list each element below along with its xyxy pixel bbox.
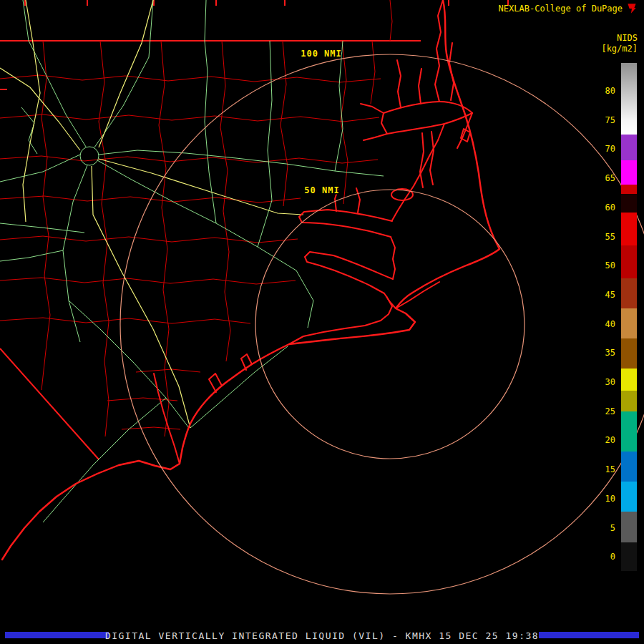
- coastline: [2, 0, 499, 560]
- inner-range-ring-label: 50 NMI: [304, 185, 339, 195]
- colorbar-segment: [621, 120, 637, 135]
- colorbar-segment: [621, 194, 637, 213]
- range-rings: 100 NMI 50 NMI: [120, 49, 644, 594]
- outer-range-ring-label: 100 NMI: [301, 49, 342, 59]
- colorbar-segment: [621, 245, 637, 278]
- colorbar-segment: [621, 135, 637, 160]
- colorbar-segment: [621, 160, 637, 185]
- colorbar-segment: [621, 338, 637, 369]
- colorbar-segment: [621, 512, 637, 542]
- colorbar-segment: [621, 213, 637, 245]
- colorbar-segment: [621, 411, 637, 452]
- radar-display: 100 NMI 50 NMI NEXLAB-College of DuPage …: [0, 0, 644, 644]
- county-borders: [0, 0, 392, 436]
- colorbar-segment: [621, 278, 637, 308]
- colorbar: [621, 63, 637, 571]
- colorbar-segment: [621, 452, 637, 482]
- radar-map: 100 NMI 50 NMI: [0, 0, 644, 644]
- colorbar-segment: [621, 185, 637, 194]
- colorbar-segment: [621, 542, 637, 571]
- colorbar-segment: [621, 369, 637, 391]
- latlon-ticks: [0, 0, 508, 89]
- colorbar-segment: [621, 482, 637, 512]
- product-title: DIGITAL VERTICALLY INTEGRATED LIQUID (VI…: [0, 630, 644, 641]
- cod-logo-icon: [625, 2, 638, 15]
- legend-title: NIDS: [617, 33, 638, 43]
- colorbar-segment: [621, 391, 637, 411]
- colorbar-segment: [621, 308, 637, 338]
- colorbar-segment: [621, 63, 637, 120]
- brand-text: NEXLAB-College of DuPage: [499, 4, 623, 14]
- legend-units: [kg/m2]: [601, 44, 638, 54]
